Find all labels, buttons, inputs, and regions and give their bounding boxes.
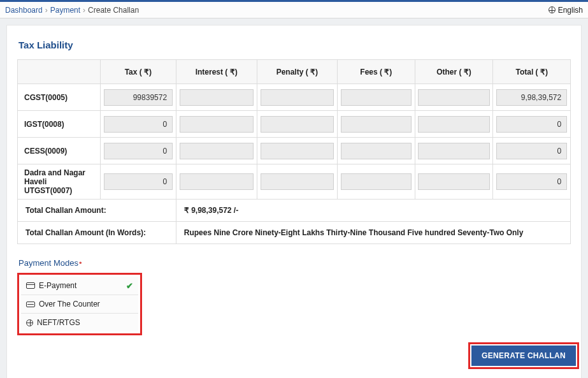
total-input xyxy=(496,143,567,159)
total-amount-label: Total Challan Amount: xyxy=(18,200,176,222)
payment-modes-box: E-Payment ✔ Over The Counter NEFT/RTGS xyxy=(17,273,142,335)
breadcrumb-current: Create Challan xyxy=(88,6,139,15)
col-fees: Fees ( ₹) xyxy=(338,60,415,84)
payment-mode-otc[interactable]: Over The Counter xyxy=(21,294,138,313)
row-label: IGST(0008) xyxy=(18,111,101,138)
payment-mode-label: NEFT/RTGS xyxy=(37,318,80,327)
generate-challan-button[interactable]: GENERATE CHALLAN xyxy=(471,345,576,366)
fees-input[interactable] xyxy=(341,116,412,133)
breadcrumb-payment[interactable]: Payment xyxy=(50,6,80,15)
total-amount-row: Total Challan Amount: ₹ 9,98,39,572 /- xyxy=(18,200,571,222)
language-label: English xyxy=(558,6,583,15)
penalty-input[interactable] xyxy=(261,89,334,106)
other-input[interactable] xyxy=(418,173,489,190)
col-total: Total ( ₹) xyxy=(493,60,571,84)
col-other: Other ( ₹) xyxy=(415,60,493,84)
col-penalty: Penalty ( ₹) xyxy=(257,60,338,84)
breadcrumb-sep: › xyxy=(83,6,85,15)
interest-input[interactable] xyxy=(180,89,254,106)
table-row: CGST(0005) xyxy=(18,84,571,111)
fees-input[interactable] xyxy=(341,143,412,159)
section-title: Tax Liability xyxy=(18,40,571,50)
interest-input[interactable] xyxy=(180,173,254,190)
total-words-row: Total Challan Amount (In Words): Rupees … xyxy=(18,222,571,244)
tax-input[interactable] xyxy=(104,89,173,106)
payment-mode-label: Over The Counter xyxy=(39,300,100,309)
table-row: CESS(0009) xyxy=(18,138,571,164)
check-icon: ✔ xyxy=(126,281,133,291)
tax-input[interactable] xyxy=(104,143,173,159)
col-tax: Tax ( ₹) xyxy=(101,60,176,84)
col-interest: Interest ( ₹) xyxy=(176,60,257,84)
other-input[interactable] xyxy=(418,89,489,106)
globe-icon xyxy=(26,319,33,326)
col-blank xyxy=(18,60,101,84)
language-selector[interactable]: English xyxy=(549,6,583,15)
fees-input[interactable] xyxy=(341,89,412,106)
tax-liability-table: Tax ( ₹) Interest ( ₹) Penalty ( ₹) Fees… xyxy=(17,59,571,244)
payment-mode-label: E-Payment xyxy=(39,281,76,290)
row-label: Dadra and Nagar Haveli UTGST(0007) xyxy=(18,164,101,200)
penalty-input[interactable] xyxy=(261,173,334,190)
tax-input[interactable] xyxy=(104,116,173,133)
interest-input[interactable] xyxy=(180,116,254,133)
generate-challan-highlight: GENERATE CHALLAN xyxy=(468,342,579,369)
total-amount-value: ₹ 9,98,39,572 /- xyxy=(176,200,570,222)
total-input xyxy=(496,116,567,133)
breadcrumb-dashboard[interactable]: Dashboard xyxy=(5,6,43,15)
payment-mode-neft[interactable]: NEFT/RTGS xyxy=(21,313,138,331)
total-words-value: Rupees Nine Crore Ninety-Eight Lakhs Thi… xyxy=(176,222,570,244)
cash-icon xyxy=(26,302,35,307)
row-label: CESS(0009) xyxy=(18,138,101,164)
payment-mode-epayment[interactable]: E-Payment ✔ xyxy=(21,277,138,294)
table-row: IGST(0008) xyxy=(18,111,571,138)
payment-modes-title: Payment Modes• xyxy=(18,258,571,268)
total-words-label: Total Challan Amount (In Words): xyxy=(18,222,176,244)
tax-input[interactable] xyxy=(104,173,173,190)
penalty-input[interactable] xyxy=(261,143,334,159)
total-input xyxy=(496,173,567,190)
required-icon: • xyxy=(79,258,82,268)
card-icon xyxy=(26,282,35,289)
breadcrumb-sep: › xyxy=(45,6,48,15)
other-input[interactable] xyxy=(418,116,489,133)
other-input[interactable] xyxy=(418,143,489,159)
row-label: CGST(0005) xyxy=(18,84,101,111)
globe-icon xyxy=(549,6,556,13)
interest-input[interactable] xyxy=(180,143,254,159)
penalty-input[interactable] xyxy=(261,116,334,133)
total-input xyxy=(496,89,567,106)
breadcrumb: Dashboard › Payment › Create Challan xyxy=(5,6,139,15)
fees-input[interactable] xyxy=(341,173,412,190)
table-row: Dadra and Nagar Haveli UTGST(0007) xyxy=(18,164,571,200)
